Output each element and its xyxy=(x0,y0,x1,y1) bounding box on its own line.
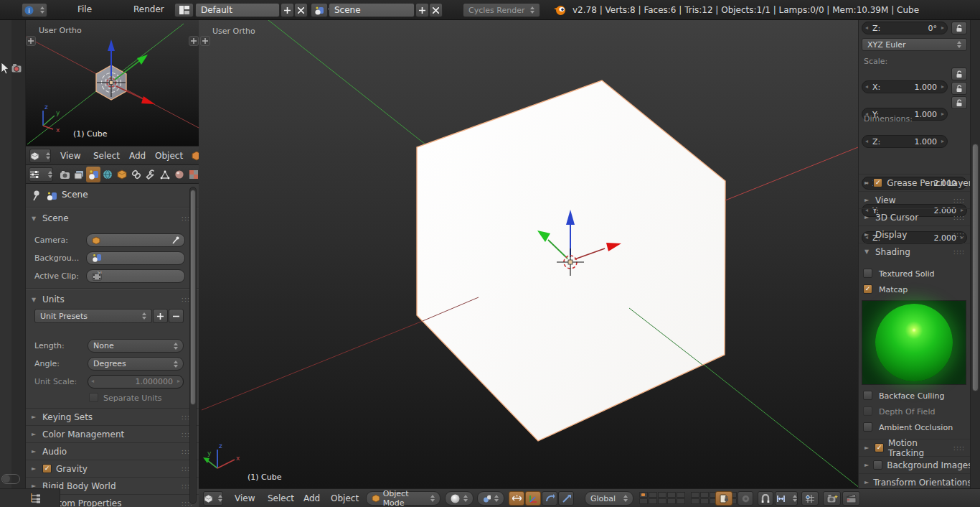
delete-scene-button[interactable] xyxy=(429,3,443,17)
gravity-checkbox[interactable] xyxy=(42,464,52,473)
properties-scrollbar[interactable] xyxy=(189,187,197,504)
panel-header-scene[interactable]: ▼ Scene xyxy=(26,210,199,227)
menu-object[interactable]: Object xyxy=(149,146,189,165)
tab-modifiers[interactable] xyxy=(143,167,158,182)
scale-x-slider[interactable]: X:1.000 xyxy=(862,80,948,93)
expand-toolshelf-button[interactable] xyxy=(200,36,210,46)
main-3d-viewport[interactable]: z y x User Ortho (1) Cube xyxy=(199,20,858,488)
add-preset-button[interactable] xyxy=(153,309,168,323)
panel-header-motion-tracking[interactable]: ► Motion Tracking xyxy=(859,439,970,456)
panel-header-3d-cursor[interactable]: ► 3D Cursor xyxy=(859,208,970,225)
lock-scale-y-button[interactable] xyxy=(951,82,967,95)
lock-to-scene-toggle[interactable] xyxy=(715,491,732,506)
depth-of-field-checkbox[interactable] xyxy=(863,406,872,416)
snap-target-button[interactable] xyxy=(801,491,819,506)
tab-world[interactable] xyxy=(100,167,115,182)
menu-view[interactable]: View xyxy=(229,489,260,507)
menu-add[interactable]: Add xyxy=(298,489,326,507)
background-set-field[interactable] xyxy=(86,251,185,265)
tab-object[interactable] xyxy=(115,167,129,182)
editor-info-icon[interactable]: i xyxy=(22,3,47,17)
secondary-3d-viewport[interactable]: z y x User Ortho (1) Cube xyxy=(26,20,199,146)
remove-preset-button[interactable] xyxy=(169,309,184,323)
scale-z-slider[interactable]: Z:1.000 xyxy=(862,135,948,148)
panel-header-gravity[interactable]: ► Gravity xyxy=(26,460,199,477)
manipulator-widget-toggle[interactable] xyxy=(509,491,524,506)
snap-element-select[interactable] xyxy=(775,491,798,506)
tab-render[interactable] xyxy=(57,167,72,182)
drag-handle-icon[interactable] xyxy=(953,197,965,204)
tab-material[interactable] xyxy=(172,167,187,182)
menu-file[interactable]: File xyxy=(72,0,98,19)
panel-header-transform-orientations[interactable]: ► Transform Orientations xyxy=(859,473,970,488)
collapsed-toggle-pill[interactable] xyxy=(1,474,20,484)
proportional-edit-toggle[interactable] xyxy=(738,491,753,506)
matcap-checkbox[interactable] xyxy=(863,284,872,294)
drag-handle-icon[interactable] xyxy=(953,248,965,256)
screen-layout-button[interactable] xyxy=(174,3,194,17)
menu-add[interactable]: Add xyxy=(123,146,151,165)
matcap-preview[interactable] xyxy=(862,300,966,385)
scrollbar-thumb[interactable] xyxy=(972,144,979,391)
expand-toolshelf-button[interactable] xyxy=(26,36,36,46)
active-clip-field[interactable]: ST xyxy=(86,269,185,283)
scene-browse-button[interactable] xyxy=(311,3,328,17)
collapsed-outliner-header[interactable] xyxy=(0,488,60,507)
grease-pencil-checkbox[interactable] xyxy=(873,178,882,187)
panel-header-units[interactable]: ▼ Units xyxy=(26,291,199,308)
ambient-occlusion-checkbox[interactable] xyxy=(863,422,872,432)
panel-header-background-images[interactable]: ► Background Images xyxy=(859,456,970,473)
camera-field[interactable] xyxy=(86,233,185,247)
delete-layout-button[interactable] xyxy=(294,3,308,17)
snap-toggle[interactable] xyxy=(758,491,773,506)
editor-type-button[interactable] xyxy=(203,491,223,506)
angle-select[interactable]: Degrees xyxy=(88,357,184,371)
panel-header-keying-sets[interactable]: ► Keying Sets xyxy=(26,408,199,425)
lock-scale-x-button[interactable] xyxy=(951,68,967,80)
menu-object[interactable]: Object xyxy=(325,489,364,507)
rotation-z-slider[interactable]: Z: 0° xyxy=(862,22,948,34)
unit-scale-slider[interactable]: 1.000000 xyxy=(88,375,184,389)
tab-render-layers[interactable] xyxy=(72,167,86,182)
textured-solid-checkbox[interactable] xyxy=(863,269,872,278)
scrollbar-thumb[interactable] xyxy=(190,190,196,405)
sidebar-scrollbar[interactable] xyxy=(970,20,980,488)
backface-culling-checkbox[interactable] xyxy=(863,391,872,400)
menu-render[interactable]: Render xyxy=(128,0,170,19)
tab-object-data[interactable] xyxy=(158,167,172,182)
lock-rotation-z-button[interactable] xyxy=(951,22,967,34)
scene-name-field[interactable]: Scene xyxy=(329,3,415,17)
transform-orientation-select[interactable]: Global xyxy=(585,491,633,506)
lock-scale-z-button[interactable] xyxy=(951,96,967,109)
pivot-point-select[interactable] xyxy=(477,491,504,506)
background-images-checkbox[interactable] xyxy=(873,460,882,470)
drag-handle-icon[interactable] xyxy=(953,231,965,238)
scale-manipulator-toggle[interactable] xyxy=(558,491,574,506)
opengl-render-button[interactable] xyxy=(823,491,841,506)
menu-select[interactable]: Select xyxy=(88,146,126,165)
menu-view[interactable]: View xyxy=(55,146,86,165)
opengl-render-anim-button[interactable] xyxy=(842,491,860,506)
panel-header-shading[interactable]: ▼ Shading xyxy=(859,243,970,260)
rotate-manipulator-toggle[interactable] xyxy=(542,491,557,506)
panel-header-color-management[interactable]: ► Color Management xyxy=(26,425,199,442)
translate-manipulator-toggle[interactable] xyxy=(525,491,541,506)
separate-units-checkbox[interactable] xyxy=(89,393,98,402)
collapsed-editor-strip[interactable] xyxy=(0,20,26,488)
editor-type-button[interactable] xyxy=(29,167,53,182)
rotation-mode-select[interactable]: XYZ Euler xyxy=(862,38,967,51)
expand-properties-button[interactable] xyxy=(189,36,199,46)
tab-scene[interactable] xyxy=(86,167,100,182)
tab-constraints[interactable] xyxy=(129,167,143,182)
layers-grid-1[interactable] xyxy=(639,492,685,504)
drag-handle-icon[interactable] xyxy=(953,214,965,221)
add-scene-button[interactable] xyxy=(415,3,429,17)
screen-layout-field[interactable]: Default xyxy=(195,3,280,17)
drag-handle-icon[interactable] xyxy=(953,445,965,452)
viewport-shading-select[interactable] xyxy=(445,491,473,506)
panel-header-view[interactable]: ► View xyxy=(859,191,970,208)
motion-tracking-checkbox[interactable] xyxy=(875,443,884,452)
panel-header-grease-pencil[interactable]: ► Grease Pencil Layers xyxy=(859,174,970,191)
render-engine-select[interactable]: Cycles Render xyxy=(463,3,540,17)
eyedropper-icon[interactable] xyxy=(171,236,179,245)
